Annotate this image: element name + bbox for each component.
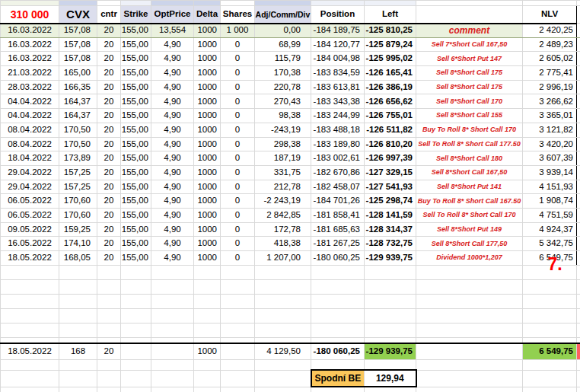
summary-adj[interactable]: 4 129,50 bbox=[255, 343, 311, 359]
cell-contracts[interactable]: 20 bbox=[97, 251, 121, 266]
cell-adj-comm-div[interactable]: 298,38 bbox=[255, 137, 311, 151]
cell-cvx-price[interactable]: 170,60 bbox=[59, 194, 97, 209]
cell-comment[interactable]: comment bbox=[416, 24, 523, 38]
cell-delta[interactable]: 1000 bbox=[194, 109, 221, 123]
cell-comment[interactable]: Sell 7*Short Call 167,50 bbox=[416, 37, 523, 52]
cell-comment[interactable]: Sell 8*Short Call 177,50 bbox=[416, 237, 523, 251]
cell-delta[interactable]: 1000 bbox=[194, 180, 221, 194]
cell-optprice[interactable]: 4,90 bbox=[151, 237, 194, 251]
col-header-shares[interactable]: Shares bbox=[221, 6, 255, 24]
col-header-position[interactable]: Position bbox=[311, 6, 365, 24]
cell-date[interactable]: 16.03.2022 bbox=[1, 37, 59, 52]
cell-shares[interactable]: 0 bbox=[221, 208, 255, 222]
cell-contracts[interactable]: 20 bbox=[97, 37, 121, 52]
cell-adj-comm-div[interactable]: 187,19 bbox=[255, 151, 311, 166]
cell-comment[interactable]: Sell 8*Short Call 175 bbox=[416, 80, 523, 94]
cell-cvx-price[interactable]: 170,60 bbox=[59, 208, 97, 222]
cell-optprice[interactable]: 4,90 bbox=[151, 80, 194, 94]
cell-delta[interactable]: 1000 bbox=[194, 24, 221, 38]
cell-optprice[interactable]: 4,90 bbox=[151, 137, 194, 151]
cell-cvx-price[interactable]: 168,05 bbox=[59, 251, 97, 266]
summary-position[interactable]: -180 060,25 bbox=[311, 343, 365, 359]
cell-comment[interactable]: Sell 8*Short Call 170 bbox=[416, 94, 523, 109]
cell-left[interactable]: -127 329,15 bbox=[365, 165, 416, 180]
cell-comment[interactable]: Buy To Roll 8* Short Call 167.50 bbox=[416, 194, 523, 209]
cell-comment[interactable]: Sell 8*Short Put 149 bbox=[416, 222, 523, 237]
cell-optprice[interactable]: 4,90 bbox=[151, 165, 194, 180]
cell-position[interactable]: -184 701,26 bbox=[311, 194, 365, 209]
cell-optprice[interactable]: 4,90 bbox=[151, 194, 194, 209]
cell-cvx-price[interactable]: 174,10 bbox=[59, 237, 97, 251]
cell-delta[interactable]: 1000 bbox=[194, 137, 221, 151]
summary-date[interactable]: 18.05.2022 bbox=[1, 343, 59, 359]
cell-optprice[interactable]: 4,90 bbox=[151, 208, 194, 222]
cell-contracts[interactable]: 20 bbox=[97, 109, 121, 123]
cell-strike[interactable]: 155,00 bbox=[121, 237, 151, 251]
cell-left[interactable]: -126 165,41 bbox=[365, 66, 416, 81]
cell-delta[interactable]: 1000 bbox=[194, 222, 221, 237]
cell-date[interactable]: 29.04.2022 bbox=[1, 180, 59, 194]
cell-position[interactable]: -181 267,25 bbox=[311, 237, 365, 251]
cell-position[interactable]: -183 343,38 bbox=[311, 94, 365, 109]
cell-cvx-price[interactable]: 164,37 bbox=[59, 94, 97, 109]
cell-optprice[interactable]: 4,90 bbox=[151, 151, 194, 166]
cell-cvx-price[interactable]: 170,50 bbox=[59, 123, 97, 137]
cell-cvx-price[interactable]: 157,25 bbox=[59, 180, 97, 194]
cell-left[interactable]: -127 541,93 bbox=[365, 180, 416, 194]
cell-left[interactable]: -125 879,24 bbox=[365, 37, 416, 52]
cell-left[interactable]: -129 939,75 bbox=[365, 251, 416, 266]
summary-cvx[interactable]: 168 bbox=[59, 343, 97, 359]
cell-adj-comm-div[interactable]: 331,75 bbox=[255, 165, 311, 180]
cell-date[interactable]: 06.05.2022 bbox=[1, 194, 59, 209]
cell-adj-comm-div[interactable]: 212,78 bbox=[255, 180, 311, 194]
cell-left[interactable]: -126 386,19 bbox=[365, 80, 416, 94]
cell-nlv[interactable]: 2 775,41 bbox=[523, 66, 577, 81]
cell-position[interactable]: -183 834,59 bbox=[311, 66, 365, 81]
cell-adj-comm-div[interactable]: 220,78 bbox=[255, 80, 311, 94]
cell-strike[interactable]: 155,00 bbox=[121, 194, 151, 209]
cell-position[interactable]: -183 244,99 bbox=[311, 109, 365, 123]
cell-shares[interactable]: 0 bbox=[221, 180, 255, 194]
cell-left[interactable]: -126 511,82 bbox=[365, 123, 416, 137]
cell-date[interactable]: 08.04.2022 bbox=[1, 123, 59, 137]
cell-adj-comm-div[interactable]: -243,19 bbox=[255, 123, 311, 137]
cell-left[interactable]: -125 810,25 bbox=[365, 24, 416, 38]
cell-optprice[interactable]: 4,90 bbox=[151, 180, 194, 194]
cell-left[interactable]: -126 997,39 bbox=[365, 151, 416, 166]
cell-strike[interactable]: 155,00 bbox=[121, 123, 151, 137]
cell-comment[interactable]: Dividend 1000*1,207 bbox=[416, 251, 523, 266]
cell-contracts[interactable]: 20 bbox=[97, 52, 121, 66]
cell-date[interactable]: 06.05.2022 bbox=[1, 208, 59, 222]
cell-contracts[interactable]: 20 bbox=[97, 208, 121, 222]
col-header-left[interactable]: Left bbox=[365, 6, 416, 24]
cell-comment[interactable]: Sell To Roll 8* Short Call 170 bbox=[416, 208, 523, 222]
cell-position[interactable]: -183 189,80 bbox=[311, 137, 365, 151]
cell-shares[interactable]: 1 000 bbox=[221, 24, 255, 38]
cell-left[interactable]: -125 298,74 bbox=[365, 194, 416, 209]
cell-delta[interactable]: 1000 bbox=[194, 208, 221, 222]
cell-date[interactable]: 16.03.2022 bbox=[1, 24, 59, 38]
cell-nlv[interactable]: 2 605,02 bbox=[523, 52, 577, 66]
cell-adj-comm-div[interactable]: 170,38 bbox=[255, 66, 311, 81]
cell-date[interactable]: 08.04.2022 bbox=[1, 137, 59, 151]
cell-contracts[interactable]: 20 bbox=[97, 180, 121, 194]
cell-nlv[interactable]: 2 489,23 bbox=[523, 37, 577, 52]
cell-shares[interactable]: 0 bbox=[221, 137, 255, 151]
cell-adj-comm-div[interactable]: 1 207,00 bbox=[255, 251, 311, 266]
cell-cvx-price[interactable]: 157,25 bbox=[59, 165, 97, 180]
cell-comment[interactable]: Sell 6*Short Put 147 bbox=[416, 52, 523, 66]
cell-contracts[interactable]: 20 bbox=[97, 123, 121, 137]
col-header-cvx[interactable]: CVX bbox=[59, 6, 97, 24]
cell-shares[interactable]: 0 bbox=[221, 52, 255, 66]
cell-strike[interactable]: 155,00 bbox=[121, 151, 151, 166]
cell-strike[interactable]: 155,00 bbox=[121, 94, 151, 109]
cell-delta[interactable]: 1000 bbox=[194, 80, 221, 94]
cell-contracts[interactable]: 20 bbox=[97, 66, 121, 81]
cell-comment[interactable]: Sell To Roll 8* Short Call 177.50 bbox=[416, 137, 523, 151]
col-header-cntr[interactable]: cntr bbox=[97, 6, 121, 24]
cell-strike[interactable]: 155,00 bbox=[121, 165, 151, 180]
cell-delta[interactable]: 1000 bbox=[194, 194, 221, 209]
cell-adj-comm-div[interactable]: 172,78 bbox=[255, 222, 311, 237]
cell-cvx-price[interactable]: 173,89 bbox=[59, 151, 97, 166]
cell-optprice[interactable]: 4,90 bbox=[151, 52, 194, 66]
